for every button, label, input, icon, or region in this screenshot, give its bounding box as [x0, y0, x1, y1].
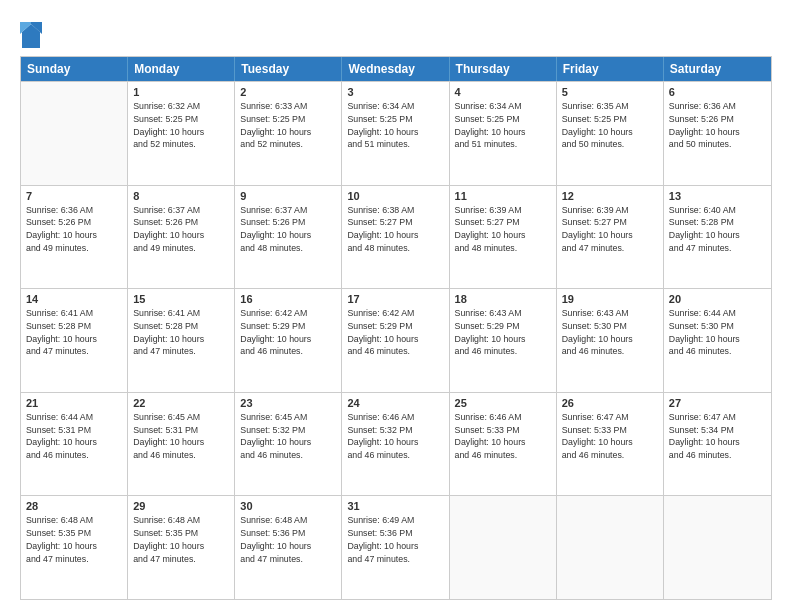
- day-number: 21: [26, 397, 122, 409]
- day-info: Sunrise: 6:36 AM Sunset: 5:26 PM Dayligh…: [26, 204, 122, 255]
- calendar-cell: 19Sunrise: 6:43 AM Sunset: 5:30 PM Dayli…: [557, 289, 664, 392]
- day-number: 17: [347, 293, 443, 305]
- day-info: Sunrise: 6:43 AM Sunset: 5:30 PM Dayligh…: [562, 307, 658, 358]
- day-number: 7: [26, 190, 122, 202]
- header: [20, 18, 772, 50]
- day-info: Sunrise: 6:37 AM Sunset: 5:26 PM Dayligh…: [133, 204, 229, 255]
- calendar-row-4: 28Sunrise: 6:48 AM Sunset: 5:35 PM Dayli…: [21, 495, 771, 599]
- calendar-cell: [450, 496, 557, 599]
- calendar-cell: 22Sunrise: 6:45 AM Sunset: 5:31 PM Dayli…: [128, 393, 235, 496]
- day-number: 14: [26, 293, 122, 305]
- day-number: 20: [669, 293, 766, 305]
- day-number: 15: [133, 293, 229, 305]
- day-info: Sunrise: 6:34 AM Sunset: 5:25 PM Dayligh…: [347, 100, 443, 151]
- day-info: Sunrise: 6:36 AM Sunset: 5:26 PM Dayligh…: [669, 100, 766, 151]
- calendar-cell: 31Sunrise: 6:49 AM Sunset: 5:36 PM Dayli…: [342, 496, 449, 599]
- day-number: 10: [347, 190, 443, 202]
- calendar-cell: 14Sunrise: 6:41 AM Sunset: 5:28 PM Dayli…: [21, 289, 128, 392]
- calendar-cell: 1Sunrise: 6:32 AM Sunset: 5:25 PM Daylig…: [128, 82, 235, 185]
- day-info: Sunrise: 6:42 AM Sunset: 5:29 PM Dayligh…: [240, 307, 336, 358]
- day-info: Sunrise: 6:48 AM Sunset: 5:35 PM Dayligh…: [26, 514, 122, 565]
- day-number: 26: [562, 397, 658, 409]
- day-info: Sunrise: 6:43 AM Sunset: 5:29 PM Dayligh…: [455, 307, 551, 358]
- day-info: Sunrise: 6:42 AM Sunset: 5:29 PM Dayligh…: [347, 307, 443, 358]
- calendar-header: SundayMondayTuesdayWednesdayThursdayFrid…: [21, 57, 771, 81]
- day-number: 16: [240, 293, 336, 305]
- calendar-row-3: 21Sunrise: 6:44 AM Sunset: 5:31 PM Dayli…: [21, 392, 771, 496]
- day-number: 12: [562, 190, 658, 202]
- calendar-cell: 25Sunrise: 6:46 AM Sunset: 5:33 PM Dayli…: [450, 393, 557, 496]
- header-day-thursday: Thursday: [450, 57, 557, 81]
- calendar-cell: 8Sunrise: 6:37 AM Sunset: 5:26 PM Daylig…: [128, 186, 235, 289]
- calendar-cell: 26Sunrise: 6:47 AM Sunset: 5:33 PM Dayli…: [557, 393, 664, 496]
- calendar-row-1: 7Sunrise: 6:36 AM Sunset: 5:26 PM Daylig…: [21, 185, 771, 289]
- calendar-cell: 21Sunrise: 6:44 AM Sunset: 5:31 PM Dayli…: [21, 393, 128, 496]
- day-number: 13: [669, 190, 766, 202]
- calendar-cell: 20Sunrise: 6:44 AM Sunset: 5:30 PM Dayli…: [664, 289, 771, 392]
- calendar-row-0: 1Sunrise: 6:32 AM Sunset: 5:25 PM Daylig…: [21, 81, 771, 185]
- day-number: 9: [240, 190, 336, 202]
- day-number: 25: [455, 397, 551, 409]
- day-number: 18: [455, 293, 551, 305]
- day-info: Sunrise: 6:49 AM Sunset: 5:36 PM Dayligh…: [347, 514, 443, 565]
- calendar-cell: [557, 496, 664, 599]
- calendar-cell: 24Sunrise: 6:46 AM Sunset: 5:32 PM Dayli…: [342, 393, 449, 496]
- logo-icon: [20, 22, 42, 50]
- day-info: Sunrise: 6:45 AM Sunset: 5:31 PM Dayligh…: [133, 411, 229, 462]
- day-number: 28: [26, 500, 122, 512]
- day-info: Sunrise: 6:47 AM Sunset: 5:33 PM Dayligh…: [562, 411, 658, 462]
- day-info: Sunrise: 6:35 AM Sunset: 5:25 PM Dayligh…: [562, 100, 658, 151]
- day-info: Sunrise: 6:37 AM Sunset: 5:26 PM Dayligh…: [240, 204, 336, 255]
- calendar-row-2: 14Sunrise: 6:41 AM Sunset: 5:28 PM Dayli…: [21, 288, 771, 392]
- calendar-body: 1Sunrise: 6:32 AM Sunset: 5:25 PM Daylig…: [21, 81, 771, 599]
- calendar-cell: 29Sunrise: 6:48 AM Sunset: 5:35 PM Dayli…: [128, 496, 235, 599]
- day-info: Sunrise: 6:44 AM Sunset: 5:31 PM Dayligh…: [26, 411, 122, 462]
- day-number: 23: [240, 397, 336, 409]
- calendar-cell: [664, 496, 771, 599]
- day-number: 4: [455, 86, 551, 98]
- day-info: Sunrise: 6:39 AM Sunset: 5:27 PM Dayligh…: [455, 204, 551, 255]
- calendar-cell: 27Sunrise: 6:47 AM Sunset: 5:34 PM Dayli…: [664, 393, 771, 496]
- day-info: Sunrise: 6:44 AM Sunset: 5:30 PM Dayligh…: [669, 307, 766, 358]
- calendar-cell: 4Sunrise: 6:34 AM Sunset: 5:25 PM Daylig…: [450, 82, 557, 185]
- day-number: 8: [133, 190, 229, 202]
- calendar-cell: 15Sunrise: 6:41 AM Sunset: 5:28 PM Dayli…: [128, 289, 235, 392]
- calendar-cell: 30Sunrise: 6:48 AM Sunset: 5:36 PM Dayli…: [235, 496, 342, 599]
- calendar-cell: 11Sunrise: 6:39 AM Sunset: 5:27 PM Dayli…: [450, 186, 557, 289]
- calendar-cell: 18Sunrise: 6:43 AM Sunset: 5:29 PM Dayli…: [450, 289, 557, 392]
- calendar-cell: 9Sunrise: 6:37 AM Sunset: 5:26 PM Daylig…: [235, 186, 342, 289]
- header-day-sunday: Sunday: [21, 57, 128, 81]
- day-info: Sunrise: 6:33 AM Sunset: 5:25 PM Dayligh…: [240, 100, 336, 151]
- calendar-cell: 10Sunrise: 6:38 AM Sunset: 5:27 PM Dayli…: [342, 186, 449, 289]
- calendar: SundayMondayTuesdayWednesdayThursdayFrid…: [20, 56, 772, 600]
- calendar-cell: 5Sunrise: 6:35 AM Sunset: 5:25 PM Daylig…: [557, 82, 664, 185]
- calendar-cell: 7Sunrise: 6:36 AM Sunset: 5:26 PM Daylig…: [21, 186, 128, 289]
- day-info: Sunrise: 6:46 AM Sunset: 5:33 PM Dayligh…: [455, 411, 551, 462]
- day-number: 22: [133, 397, 229, 409]
- day-info: Sunrise: 6:40 AM Sunset: 5:28 PM Dayligh…: [669, 204, 766, 255]
- day-number: 3: [347, 86, 443, 98]
- day-info: Sunrise: 6:45 AM Sunset: 5:32 PM Dayligh…: [240, 411, 336, 462]
- calendar-cell: [21, 82, 128, 185]
- day-info: Sunrise: 6:32 AM Sunset: 5:25 PM Dayligh…: [133, 100, 229, 151]
- calendar-cell: 23Sunrise: 6:45 AM Sunset: 5:32 PM Dayli…: [235, 393, 342, 496]
- calendar-cell: 17Sunrise: 6:42 AM Sunset: 5:29 PM Dayli…: [342, 289, 449, 392]
- logo: [20, 22, 46, 50]
- calendar-cell: 12Sunrise: 6:39 AM Sunset: 5:27 PM Dayli…: [557, 186, 664, 289]
- day-info: Sunrise: 6:39 AM Sunset: 5:27 PM Dayligh…: [562, 204, 658, 255]
- day-info: Sunrise: 6:47 AM Sunset: 5:34 PM Dayligh…: [669, 411, 766, 462]
- header-day-friday: Friday: [557, 57, 664, 81]
- header-day-monday: Monday: [128, 57, 235, 81]
- day-info: Sunrise: 6:41 AM Sunset: 5:28 PM Dayligh…: [133, 307, 229, 358]
- calendar-cell: 16Sunrise: 6:42 AM Sunset: 5:29 PM Dayli…: [235, 289, 342, 392]
- day-number: 5: [562, 86, 658, 98]
- day-number: 30: [240, 500, 336, 512]
- header-day-saturday: Saturday: [664, 57, 771, 81]
- day-number: 11: [455, 190, 551, 202]
- calendar-cell: 2Sunrise: 6:33 AM Sunset: 5:25 PM Daylig…: [235, 82, 342, 185]
- day-info: Sunrise: 6:48 AM Sunset: 5:35 PM Dayligh…: [133, 514, 229, 565]
- day-info: Sunrise: 6:38 AM Sunset: 5:27 PM Dayligh…: [347, 204, 443, 255]
- day-number: 1: [133, 86, 229, 98]
- header-day-wednesday: Wednesday: [342, 57, 449, 81]
- day-info: Sunrise: 6:34 AM Sunset: 5:25 PM Dayligh…: [455, 100, 551, 151]
